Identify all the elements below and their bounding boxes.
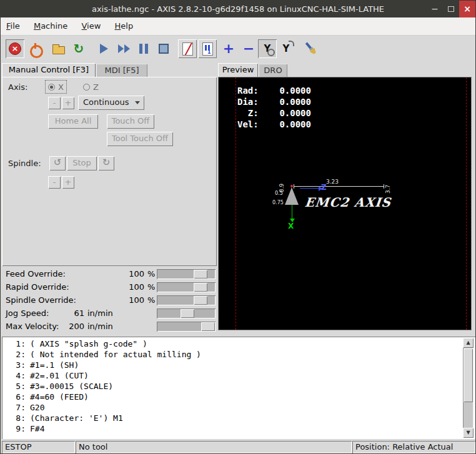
estop-button[interactable]: × [6,39,24,58]
gcode-line[interactable]: 6:#4=60 (FEED) [4,392,460,402]
play-icon [100,44,108,54]
window-titlebar[interactable]: axis-lathe.ngc - AXIS 2.8.2-10-g6d29f145… [1,1,475,17]
pause-button[interactable] [134,39,153,58]
pause-icon [139,44,148,54]
limit-line-left [236,77,236,330]
gcode-line[interactable]: 4:#2=.01 (CUT) [4,370,460,381]
view-y2-button[interactable]: Y [277,39,295,58]
status-estop: ESTOP [2,441,75,453]
skip-lines-toggle[interactable] [178,39,197,58]
jog-mode-value: Continuous [83,97,129,107]
limit-line-right [466,77,467,330]
tab-preview[interactable]: Preview [218,63,258,77]
jog-speed-slider[interactable] [157,308,216,318]
scroll-down-button[interactable]: ▼ [463,428,474,438]
optional-pause-one-label: 1 [207,49,211,55]
gcode-line[interactable]: 7:G20 [4,402,460,413]
step-icon [118,44,130,53]
stop-button[interactable] [154,39,173,58]
close-icon: × [464,4,471,14]
rapid-override-handle[interactable] [194,283,207,292]
menubar: File Machine View Help [1,17,475,36]
minimize-icon: − [431,4,439,14]
max-velocity-handle[interactable] [201,322,215,331]
minimize-button[interactable]: − [427,1,443,17]
run-button[interactable] [94,39,113,58]
open-file-button[interactable] [49,39,68,58]
tab-manual-control[interactable]: Manual Control [F3] [2,63,96,77]
spindle-minus-button[interactable]: - [48,176,61,189]
gcode-line[interactable]: 5:#3=.00015 (SCALE) [4,381,460,392]
dimension-label-a: 0.5 [275,190,283,196]
x-axis-label: X [288,222,294,230]
dimension-label-width: 3.23 [326,179,339,185]
radio-z-circle [83,84,90,91]
zoom-in-icon: + [223,42,234,56]
feed-override-handle[interactable] [194,270,207,279]
max-velocity-label: Max Velocity: [6,320,59,333]
gcode-line[interactable]: 9:F#4 [4,423,460,434]
dimension-label-right: 3.7 [385,185,391,194]
preview-canvas[interactable]: Rad:0.0000 Dia:0.0000 Z:0.0000 Vel:0.000… [218,77,472,330]
clear-plot-button[interactable] [302,39,320,58]
spindle-plus-button[interactable]: + [62,176,74,189]
feed-override-slider[interactable] [157,269,216,279]
spindle-override-handle[interactable] [194,296,207,305]
menu-item-view[interactable]: View [76,17,106,35]
home-all-button[interactable]: Home All [48,114,98,129]
spindle-stop-button[interactable]: Stop [67,156,97,170]
jog-mode-select[interactable]: Continuous [78,96,144,110]
tab-mdi[interactable]: MDI [F5] [96,64,147,77]
max-velocity-slider[interactable] [157,322,216,332]
rapid-override-slider[interactable] [157,282,216,292]
dimension-label-b: 0.75 [272,200,284,205]
spindle-ccw-button[interactable]: ↺ [49,156,66,170]
zoom-out-icon: − [243,42,254,56]
scroll-thumb[interactable] [464,348,473,402]
power-icon [29,43,41,54]
rapid-override-unit: % [147,281,155,294]
touch-off-button[interactable]: Touch Off [107,114,154,129]
menu-item-machine[interactable]: Machine [28,17,73,35]
optional-pause-toggle[interactable]: 1 [198,39,217,58]
zoom-out-button[interactable]: − [239,39,258,58]
axis-x-radio-label: X [58,82,64,92]
spindle-override-label: Spindle Override: [6,294,76,307]
axis-x-radio[interactable]: X [46,81,66,93]
maximize-button[interactable] [443,1,459,17]
status-position: Position: Relative Actual [352,441,475,453]
run-from-line-button[interactable] [114,39,133,58]
menu-item-help[interactable]: Help [109,17,139,35]
scroll-up-button[interactable]: ▲ [463,338,474,348]
tool-cone [285,187,299,205]
y2-view-icon: Y [283,43,290,54]
jog-minus-button[interactable]: - [48,97,61,109]
view-y-button[interactable]: Y [258,39,277,58]
gcode-line[interactable]: 8:(Character: 'E') M1 [4,413,460,423]
reload-button[interactable]: ↻ [69,39,88,58]
dro-readout-line: Vel:0.0000 [237,119,311,130]
spindle-override-slider[interactable] [157,295,216,305]
gcode-scrollbar[interactable]: ▲ ▼ [463,338,474,438]
max-velocity-unit: in/min [87,320,113,333]
close-button[interactable]: × [459,1,475,17]
jog-plus-button[interactable]: + [62,97,74,109]
gcode-line[interactable]: 1:( AXIS "splash g-code" ) [4,338,460,349]
spindle-ccw-icon: ↺ [54,157,62,168]
zoom-in-button[interactable]: + [219,39,238,58]
axis-z-radio[interactable]: Z [81,81,101,93]
gcode-line[interactable]: 3:#1=.1 (SH) [4,360,460,370]
status-tool: No tool [76,441,352,453]
gcode-line[interactable]: 2:( Not intended for actual milling ) [4,349,460,360]
feed-override-unit: % [147,268,155,280]
spindle-cw-icon: ↻ [102,157,111,168]
z-axis-label: Z [321,183,327,192]
jog-speed-handle[interactable] [181,309,194,318]
jog-speed-row: Jog Speed: 61 in/min [1,307,217,320]
jog-speed-label: Jog Speed: [6,307,49,320]
tool-touch-off-button[interactable]: Tool Touch Off [107,132,173,146]
spindle-cw-button[interactable]: ↻ [98,156,114,170]
menu-item-file[interactable]: File [1,17,26,35]
machine-power-button[interactable] [26,39,44,58]
tab-dro[interactable]: DRO [259,64,287,77]
